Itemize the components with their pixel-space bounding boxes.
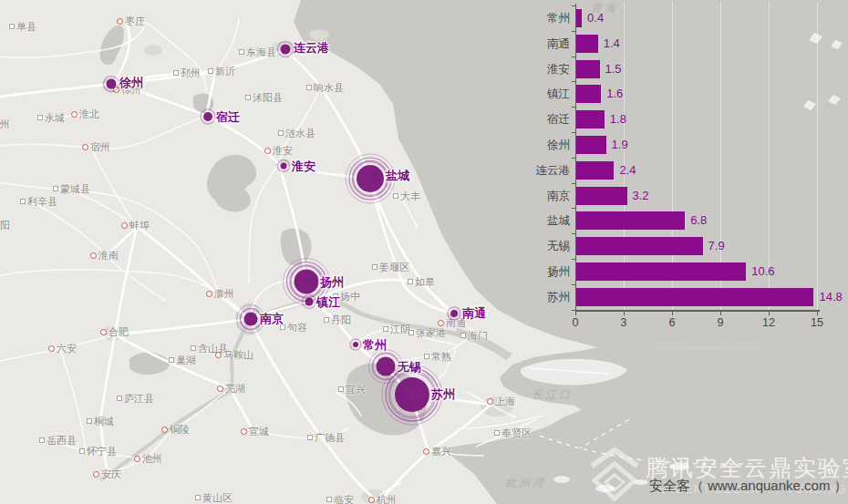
x-axis-tick xyxy=(720,312,721,315)
city-bubble[interactable] xyxy=(448,307,460,320)
city-bubble-label: 南通 xyxy=(462,305,486,322)
bar[interactable] xyxy=(575,161,614,180)
city-bubble-label: 徐州 xyxy=(119,75,143,91)
x-axis-tick-label: 3 xyxy=(621,316,627,329)
y-axis xyxy=(575,4,576,310)
x-axis xyxy=(575,310,820,312)
bar-value-label: 10.6 xyxy=(751,264,774,278)
bar[interactable] xyxy=(575,60,600,78)
bar-category-label: 扬州 xyxy=(524,264,570,280)
bar-chart: 常州0.4南通1.4淮安1.5镇江1.6宿迁1.8徐州1.9连云港2.4南京3.… xyxy=(524,0,848,339)
bar[interactable] xyxy=(575,211,685,230)
city-bubble-label: 苏州 xyxy=(431,386,455,403)
bar[interactable] xyxy=(575,35,598,53)
bar-category-label: 南通 xyxy=(524,36,570,52)
bar[interactable] xyxy=(575,110,605,129)
bubble-core xyxy=(450,310,458,317)
bar-category-label: 镇江 xyxy=(524,87,570,102)
bar-value-label: 1.9 xyxy=(612,138,628,151)
bar[interactable] xyxy=(575,9,582,27)
city-bubble[interactable] xyxy=(278,160,290,172)
bar-category-label: 盐城 xyxy=(524,213,570,229)
city-bubble-label: 宿迁 xyxy=(216,109,240,126)
city-bubble-label: 扬州 xyxy=(320,274,344,291)
bar-value-label: 1.8 xyxy=(610,112,626,126)
bar-category-label: 无锡 xyxy=(524,239,570,254)
bar-value-label: 2.4 xyxy=(619,163,636,177)
bubble-core xyxy=(203,112,212,121)
city-bubble-label: 连云港 xyxy=(294,40,329,57)
city-bubble-label: 盐城 xyxy=(386,168,409,184)
bubble-core xyxy=(281,45,291,55)
bar[interactable] xyxy=(575,288,813,306)
city-bubble-label: 常州 xyxy=(363,337,387,354)
bubble-core xyxy=(281,163,287,170)
bubble-core xyxy=(353,342,358,347)
city-bubble[interactable] xyxy=(278,42,294,57)
gridline xyxy=(817,2,818,310)
bubble-core xyxy=(244,313,258,326)
bar[interactable] xyxy=(575,262,746,281)
x-axis-tick xyxy=(672,312,673,315)
x-axis-tick-label: 6 xyxy=(669,316,676,329)
bar-category-label: 淮安 xyxy=(524,62,570,77)
bar-category-label: 连云港 xyxy=(524,163,570,179)
bubble-core xyxy=(305,298,314,306)
bar-value-label: 1.5 xyxy=(605,62,622,76)
city-bubble-label: 南京 xyxy=(260,311,284,327)
bar[interactable] xyxy=(575,237,703,255)
bar-value-label: 7.9 xyxy=(708,239,725,252)
bar-category-label: 南京 xyxy=(524,189,570,204)
bar-value-label: 1.6 xyxy=(606,87,623,100)
bar-category-label: 常州 xyxy=(524,11,570,26)
x-axis-tick xyxy=(624,312,625,315)
city-bubble-label: 淮安 xyxy=(292,159,315,175)
bar[interactable] xyxy=(575,187,627,205)
x-axis-tick-label: 12 xyxy=(762,316,775,329)
city-bubble[interactable] xyxy=(350,339,361,350)
bubble-core xyxy=(377,357,396,376)
x-axis-tick-label: 0 xyxy=(573,316,579,329)
bubble-core xyxy=(295,270,319,294)
city-bubble-label: 镇江 xyxy=(316,294,340,311)
bar-value-label: 0.4 xyxy=(587,11,604,25)
x-axis-tick xyxy=(817,312,818,315)
map-chart-visualization: 单县枣庄东海县新沂邳州沭阳县响水县涟水县徐州淮安永城淮北宿州蒙城县利辛县蚌埠淮南… xyxy=(0,0,848,504)
bar-category-label: 宿迁 xyxy=(524,112,570,128)
bar-value-label: 14.8 xyxy=(819,290,842,303)
bar[interactable] xyxy=(575,85,601,103)
x-axis-tick xyxy=(769,312,770,315)
bar-value-label: 3.2 xyxy=(633,189,649,202)
bar-category-label: 徐州 xyxy=(524,138,570,153)
bar-value-label: 6.8 xyxy=(690,213,707,227)
bar-value-label: 1.4 xyxy=(604,36,620,50)
city-bubble[interactable] xyxy=(104,77,119,92)
bar[interactable] xyxy=(575,136,606,154)
bubble-core xyxy=(357,165,384,192)
x-axis-tick-label: 9 xyxy=(718,316,724,329)
city-bubble[interactable] xyxy=(201,109,215,124)
bubble-core xyxy=(107,79,117,89)
bar-category-label: 苏州 xyxy=(524,290,570,305)
city-bubble-label: 无锡 xyxy=(398,359,421,375)
x-axis-tick-label: 15 xyxy=(811,316,823,329)
x-axis-tick xyxy=(575,312,576,315)
bubble-core xyxy=(395,377,429,412)
